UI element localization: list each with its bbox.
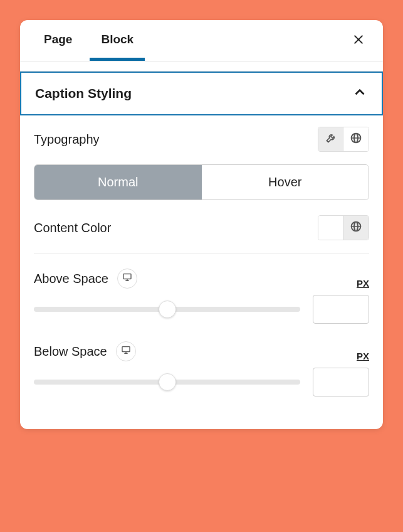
globe-icon (350, 132, 362, 147)
content-color-controls (318, 215, 369, 240)
color-picker-button[interactable] (318, 216, 343, 240)
above-space-slider-thumb[interactable] (159, 301, 176, 318)
svg-rect-5 (122, 347, 130, 352)
wrench-icon (325, 132, 337, 147)
below-space-unit[interactable]: PX (357, 351, 369, 361)
above-space-slider-row (34, 295, 369, 324)
below-space-device-button[interactable] (116, 341, 136, 361)
content-color-row: Content Color (34, 215, 369, 240)
tab-block[interactable]: Block (90, 20, 145, 61)
below-space-label-group: Below Space (34, 341, 136, 361)
chevron-up-icon (352, 84, 368, 103)
below-space-slider-thumb[interactable] (159, 373, 176, 391)
below-space-control: Below Space PX (34, 341, 369, 396)
above-space-input[interactable] (313, 295, 369, 324)
above-space-control: Above Space PX (34, 269, 369, 324)
below-space-slider[interactable] (34, 380, 300, 385)
below-space-label: Below Space (34, 344, 107, 359)
tabs-row: Page Block (20, 20, 383, 61)
above-space-label: Above Space (34, 272, 108, 286)
divider (34, 253, 369, 253)
above-space-slider[interactable] (34, 307, 300, 312)
above-space-unit[interactable]: PX (357, 278, 369, 289)
above-space-header: Above Space PX (34, 269, 369, 289)
content-color-label: Content Color (34, 221, 111, 235)
typography-label: Typography (34, 132, 100, 147)
desktop-icon (121, 345, 131, 358)
below-space-slider-row (34, 368, 369, 396)
section-body: Typography (20, 115, 383, 429)
below-space-header: Below Space PX (34, 341, 369, 361)
tab-page[interactable]: Page (33, 20, 83, 61)
close-icon (352, 33, 365, 49)
typography-controls (318, 127, 369, 152)
section-header-caption-styling[interactable]: Caption Styling (20, 72, 383, 115)
spacer (20, 61, 383, 72)
state-toggle: Normal Hover (34, 164, 369, 200)
section-title: Caption Styling (35, 86, 132, 101)
svg-rect-2 (123, 274, 131, 279)
toggle-hover[interactable]: Hover (202, 165, 369, 200)
globe-icon (350, 220, 362, 235)
toggle-normal[interactable]: Normal (34, 165, 202, 200)
above-space-label-group: Above Space (34, 269, 137, 289)
desktop-icon (122, 272, 132, 285)
content-color-global-button[interactable] (343, 216, 369, 240)
below-space-input[interactable] (313, 368, 369, 396)
above-space-device-button[interactable] (117, 269, 137, 289)
settings-panel: Page Block Caption Styling Typography (20, 20, 383, 429)
typography-row: Typography (34, 127, 369, 152)
typography-settings-button[interactable] (318, 127, 343, 151)
typography-global-button[interactable] (343, 127, 369, 151)
close-button[interactable] (347, 28, 370, 54)
